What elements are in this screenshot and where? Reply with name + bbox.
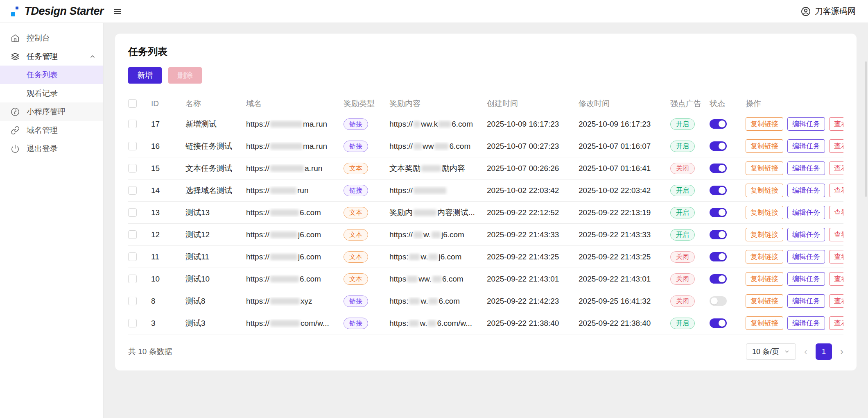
row-checkbox[interactable]: [128, 164, 137, 173]
row-checkbox[interactable]: [128, 186, 137, 195]
copy-link-button[interactable]: 复制链接: [746, 117, 783, 131]
app-logo[interactable]: TDesign Starter: [0, 5, 104, 18]
row-checkbox[interactable]: [128, 275, 137, 283]
censor-blur: [429, 254, 438, 260]
logo-icon: [11, 5, 19, 18]
collapse-menu-icon[interactable]: [113, 7, 122, 16]
status-toggle[interactable]: [710, 252, 727, 261]
copy-link-button[interactable]: 复制链接: [746, 316, 783, 330]
user-name[interactable]: 刀客源码网: [815, 6, 856, 17]
page-size-value: 10 条/页: [752, 347, 779, 357]
sidebar-item-domain-management[interactable]: 域名管理: [0, 121, 103, 139]
status-toggle[interactable]: [710, 119, 727, 129]
ad-status-cell: 开启: [670, 207, 710, 218]
next-page-button[interactable]: ›: [840, 347, 843, 357]
ad-status-cell: 关闭: [670, 295, 710, 307]
copy-link-button[interactable]: 复制链接: [746, 228, 783, 241]
reward-type-cell: 文本: [344, 207, 389, 218]
row-actions-cell: 复制链接编辑任务查看数据: [746, 117, 843, 131]
censored-text-part: w.: [423, 230, 431, 239]
reward-type-cell: 文本: [344, 229, 389, 241]
view-data-button[interactable]: 查看数据: [829, 316, 843, 330]
status-toggle[interactable]: [710, 186, 727, 195]
row-checkbox[interactable]: [128, 297, 137, 305]
copy-link-button[interactable]: 复制链接: [746, 250, 783, 264]
row-checkbox[interactable]: [128, 319, 137, 327]
row-checkbox[interactable]: [128, 252, 137, 261]
table-header-row: ID名称域名奖励类型奖励内容创建时间修改时间强点广告状态操作: [128, 94, 843, 113]
prev-page-button[interactable]: ‹: [804, 347, 807, 357]
censored-text-part: https://: [389, 230, 413, 239]
edit-task-button[interactable]: 编辑任务: [787, 206, 825, 219]
status-toggle[interactable]: [710, 141, 727, 151]
edit-task-button[interactable]: 编辑任务: [787, 228, 825, 241]
modified-time-cell: 2025-09-22 21:43:01: [579, 275, 670, 284]
edit-task-button[interactable]: 编辑任务: [787, 250, 825, 264]
view-data-button[interactable]: 查看数据: [829, 294, 843, 308]
edit-task-button[interactable]: 编辑任务: [787, 117, 825, 131]
view-data-button[interactable]: 查看数据: [829, 117, 843, 131]
edit-task-button[interactable]: 编辑任务: [787, 272, 825, 286]
row-checkbox[interactable]: [128, 230, 137, 239]
censored-text-part: https://: [246, 142, 269, 150]
edit-task-button[interactable]: 编辑任务: [787, 316, 825, 330]
view-data-button[interactable]: 查看数据: [829, 161, 843, 175]
add-button[interactable]: 新增: [128, 67, 162, 84]
censored-text-part: https:: [389, 297, 408, 305]
scrollbar[interactable]: [865, 61, 867, 197]
copy-link-button[interactable]: 复制链接: [746, 206, 783, 219]
row-checkbox[interactable]: [128, 120, 137, 128]
row-actions-cell: 复制链接编辑任务查看数据: [746, 184, 843, 197]
row-checkbox[interactable]: [128, 208, 137, 217]
select-all-checkbox[interactable]: [128, 99, 137, 108]
status-toggle[interactable]: [710, 274, 727, 284]
status-cell: [710, 119, 746, 129]
censored-text-part: 6.com: [439, 297, 460, 305]
view-data-button[interactable]: 查看数据: [829, 250, 843, 264]
copy-link-button[interactable]: 复制链接: [746, 184, 783, 197]
copy-link-button[interactable]: 复制链接: [746, 294, 783, 308]
sidebar-item-watch-records[interactable]: 观看记录: [0, 84, 103, 102]
copy-link-button[interactable]: 复制链接: [746, 139, 783, 153]
delete-button[interactable]: 删除: [168, 67, 202, 84]
copy-link-button[interactable]: 复制链接: [746, 161, 783, 175]
current-page-button[interactable]: 1: [816, 343, 832, 360]
reward-type-tag: 文本: [344, 229, 368, 241]
row-checkbox-cell: [128, 208, 151, 217]
sidebar-item-miniprogram[interactable]: 小程序管理: [0, 102, 103, 121]
view-data-button[interactable]: 查看数据: [829, 272, 843, 286]
user-avatar-icon[interactable]: [801, 7, 811, 16]
status-toggle[interactable]: [710, 230, 727, 239]
status-toggle[interactable]: [710, 318, 727, 328]
censor-blur: [407, 276, 418, 282]
edit-task-button[interactable]: 编辑任务: [787, 184, 825, 197]
sidebar-item-label: 任务列表: [27, 70, 58, 80]
view-data-button[interactable]: 查看数据: [829, 184, 843, 197]
copy-link-button[interactable]: 复制链接: [746, 272, 783, 286]
row-checkbox[interactable]: [128, 142, 137, 150]
created-time-cell: 2025-09-22 21:43:25: [487, 252, 579, 261]
censor-blur: [421, 165, 441, 172]
task-domain-cell: https://j6.com: [246, 252, 344, 261]
censored-text-part: xyz: [301, 297, 312, 305]
sidebar-item-console[interactable]: 控制台: [0, 29, 103, 47]
status-toggle[interactable]: [710, 208, 727, 217]
edit-task-button[interactable]: 编辑任务: [787, 294, 825, 308]
censored-text-part: j6.com: [298, 230, 321, 239]
censor-blur: [270, 165, 304, 172]
edit-task-button[interactable]: 编辑任务: [787, 139, 825, 153]
view-data-button[interactable]: 查看数据: [829, 139, 843, 153]
view-data-button[interactable]: 查看数据: [829, 228, 843, 241]
status-toggle[interactable]: [710, 296, 727, 306]
edit-task-button[interactable]: 编辑任务: [787, 161, 825, 175]
page-size-select[interactable]: 10 条/页: [746, 343, 796, 360]
view-data-button[interactable]: 查看数据: [829, 206, 843, 219]
sidebar-item-task-management[interactable]: 任务管理: [0, 47, 103, 66]
status-toggle[interactable]: [710, 164, 727, 173]
task-domain-cell: https://ma.run: [246, 142, 344, 151]
sidebar-item-task-list[interactable]: 任务列表: [0, 66, 103, 84]
sidebar-item-logout[interactable]: 退出登录: [0, 139, 103, 158]
censored-text-part: j6.com: [441, 230, 464, 239]
censor-blur: [439, 121, 451, 127]
censored-text-part: https://: [246, 230, 269, 239]
